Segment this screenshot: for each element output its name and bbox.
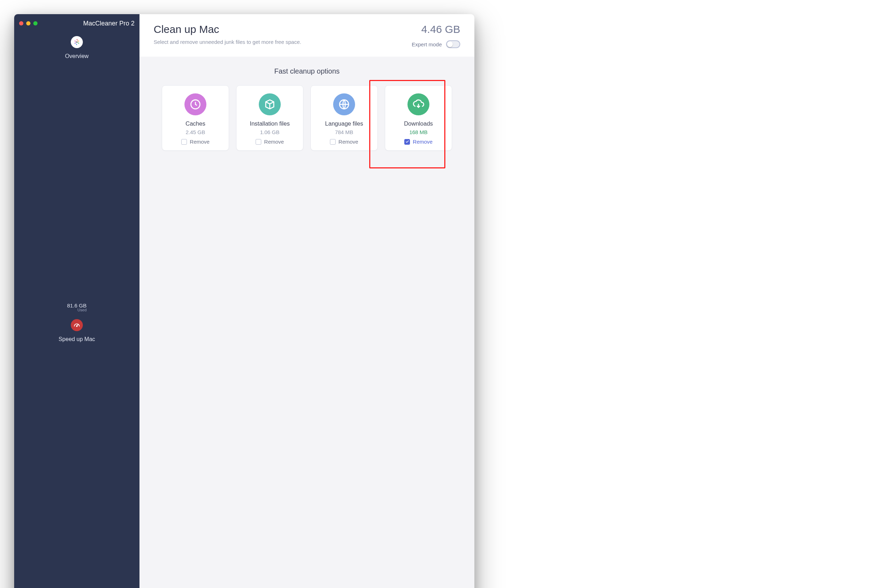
total-size: 4.46 GB — [412, 23, 460, 35]
checkbox-icon — [181, 139, 187, 145]
remove-label: Remove — [264, 139, 284, 145]
close-window-icon[interactable] — [19, 21, 23, 26]
remove-label: Remove — [413, 139, 433, 145]
expert-mode-label: Expert mode — [412, 41, 442, 47]
content-area: Fast cleanup options Caches 2.45 GB Remo… — [140, 57, 474, 588]
card-caches[interactable]: Caches 2.45 GB Remove — [162, 85, 229, 151]
main-header: Clean up Mac Select and remove unneeded … — [140, 14, 474, 57]
card-remove-row[interactable]: Remove — [167, 139, 224, 145]
sidebar-item-meta: 81.6 GB Used — [67, 303, 86, 312]
svg-point-0 — [76, 41, 78, 43]
titlebar: MacCleaner Pro 2 — [14, 14, 140, 33]
card-language-files[interactable]: Language files 784 MB Remove — [310, 85, 378, 151]
sidebar-item-label: Speed up Mac — [59, 336, 95, 584]
card-title: Caches — [167, 120, 224, 127]
package-icon — [259, 93, 281, 116]
app-title: MacCleaner Pro 2 — [83, 20, 135, 27]
cleanup-cards: Caches 2.45 GB Remove Installation files… — [153, 85, 460, 151]
card-remove-row[interactable]: Remove — [241, 139, 298, 145]
checkbox-icon — [256, 139, 261, 145]
card-size: 784 MB — [316, 129, 373, 135]
card-size: 2.45 GB — [167, 129, 224, 135]
card-remove-row[interactable]: Remove — [390, 139, 447, 145]
overview-icon — [71, 36, 83, 48]
sidebar-item-overview[interactable]: Overview 81.6 GB Used — [14, 33, 140, 316]
speedometer-icon — [71, 319, 83, 331]
card-remove-row[interactable]: Remove — [316, 139, 373, 145]
sidebar-item-speedup[interactable]: Speed up Mac 15 Issues — [14, 316, 140, 588]
card-title: Installation files — [241, 120, 298, 127]
card-size: 1.06 GB — [241, 129, 298, 135]
globe-icon — [333, 93, 355, 116]
sidebar: MacCleaner Pro 2 Overview 81.6 GB Used S… — [14, 14, 140, 588]
svg-point-1 — [77, 326, 78, 327]
remove-label: Remove — [338, 139, 358, 145]
sidebar-item-label: Overview — [65, 53, 89, 297]
main-panel: Clean up Mac Select and remove unneeded … — [140, 14, 474, 588]
card-title: Downloads — [390, 120, 447, 127]
app-window: MacCleaner Pro 2 Overview 81.6 GB Used S… — [14, 14, 474, 588]
page-subtitle: Select and remove unneeded junk files to… — [153, 39, 404, 45]
window-controls — [19, 21, 38, 26]
card-size: 168 MB — [390, 129, 447, 135]
expert-mode-toggle[interactable] — [446, 40, 460, 48]
card-installation-files[interactable]: Installation files 1.06 GB Remove — [236, 85, 304, 151]
clock-icon — [185, 93, 206, 116]
fast-cleanup-title: Fast cleanup options — [153, 67, 460, 75]
minimize-window-icon[interactable] — [26, 21, 30, 26]
card-title: Language files — [316, 120, 373, 127]
cloud-download-icon — [407, 93, 429, 116]
checkbox-icon — [330, 139, 335, 145]
card-downloads[interactable]: Downloads 168 MB Remove — [385, 85, 452, 151]
checkbox-checked-icon — [404, 139, 410, 145]
page-title: Clean up Mac — [153, 23, 404, 35]
zoom-window-icon[interactable] — [33, 21, 38, 26]
remove-label: Remove — [190, 139, 210, 145]
